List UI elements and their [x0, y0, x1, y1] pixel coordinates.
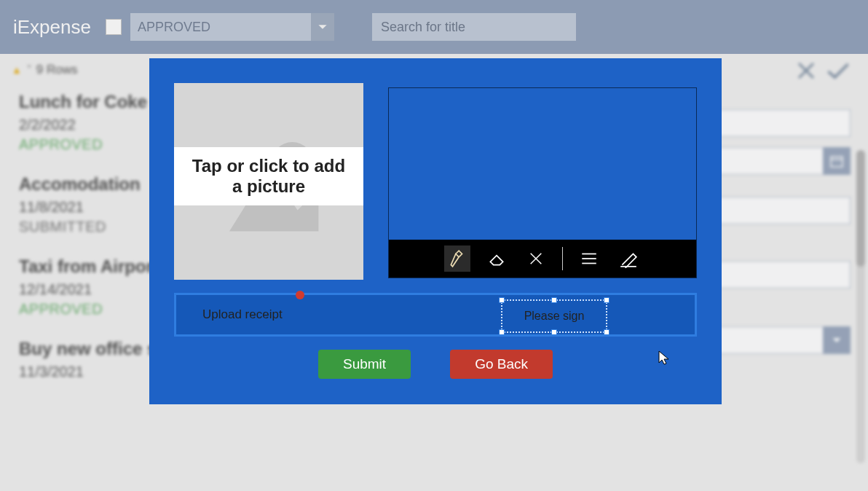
chevron-down-icon: [311, 13, 334, 41]
pen-tool-icon[interactable]: [444, 246, 470, 272]
check-icon[interactable]: [826, 60, 851, 82]
signature-canvas[interactable]: [388, 87, 697, 278]
status-filter-value: APPROVED: [138, 20, 210, 35]
clear-icon[interactable]: [523, 246, 549, 272]
signature-toolbar: [389, 240, 696, 278]
filter-checkbox[interactable]: [106, 19, 122, 35]
please-sign-label-selected[interactable]: Please sign: [501, 299, 607, 333]
label-strip: Upload receipt Please sign: [174, 293, 697, 337]
search-input[interactable]: [372, 13, 576, 41]
status-filter-select[interactable]: APPROVED: [130, 13, 334, 41]
submit-button[interactable]: Submit: [318, 350, 411, 379]
row-count-label: 9 Rows: [36, 63, 78, 77]
sign-label: Please sign: [524, 310, 585, 323]
app-title: iExpense: [13, 16, 91, 39]
line-weight-icon[interactable]: [576, 246, 602, 272]
upload-prompt: Tap or click to add a picture: [192, 156, 345, 196]
upload-receipt-label: Upload receipt: [202, 307, 283, 322]
top-bar: iExpense APPROVED: [0, 0, 868, 54]
chevron-down-icon: ˅: [26, 63, 32, 77]
chevron-down-icon[interactable]: [823, 326, 851, 354]
svg-rect-0: [831, 157, 843, 167]
toolbar-divider: [562, 247, 563, 270]
edit-indicator-icon: [296, 291, 304, 299]
scrollbar-thumb[interactable]: [856, 150, 865, 267]
close-icon[interactable]: [795, 60, 817, 82]
warning-icon: ▲: [12, 64, 22, 76]
receipt-sign-modal: Tap or click to add a picture: [149, 58, 722, 404]
eraser-tool-icon[interactable]: [484, 246, 510, 272]
edit-sign-icon[interactable]: [615, 246, 642, 272]
go-back-button[interactable]: Go Back: [450, 350, 553, 379]
image-uploader[interactable]: Tap or click to add a picture: [174, 83, 363, 280]
scrollbar[interactable]: [856, 150, 865, 463]
calendar-icon[interactable]: [823, 147, 851, 175]
